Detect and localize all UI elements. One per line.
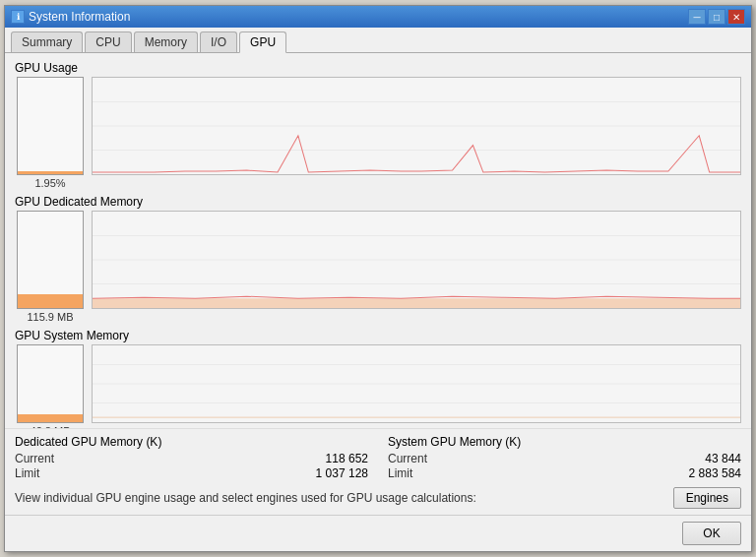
gpu-system-fill [18, 414, 83, 422]
gpu-usage-fill [18, 171, 83, 174]
dedicated-stats-group: Dedicated GPU Memory (K) Current 118 652… [15, 435, 368, 481]
gpu-dedicated-gauge-container: 115.9 MB [15, 211, 86, 323]
title-controls: ─ □ ✕ [688, 9, 745, 25]
engines-button[interactable]: Engines [673, 487, 741, 509]
dedicated-limit-value: 1 037 128 [316, 466, 368, 480]
title-bar: ℹ System Information ─ □ ✕ [5, 6, 751, 28]
tab-bar: Summary CPU Memory I/O GPU [5, 28, 751, 53]
gpu-dedicated-section: GPU Dedicated Memory 115.9 MB [15, 195, 741, 323]
gpu-dedicated-fill [18, 294, 83, 308]
stats-area: Dedicated GPU Memory (K) Current 118 652… [5, 428, 751, 515]
gpu-dedicated-label: GPU Dedicated Memory [15, 195, 741, 209]
system-information-window: ℹ System Information ─ □ ✕ Summary CPU M… [4, 5, 752, 552]
ok-button[interactable]: OK [682, 522, 741, 545]
gpu-usage-section: GPU Usage 1.95% [15, 61, 741, 189]
system-limit-label: Limit [388, 466, 412, 480]
svg-marker-6 [93, 298, 740, 308]
main-content: GPU Usage 1.95% [5, 53, 751, 428]
system-limit-row: Limit 2 883 584 [388, 466, 741, 480]
gpu-usage-svg [93, 78, 740, 174]
tab-memory[interactable]: Memory [134, 31, 198, 52]
gpu-dedicated-gauge [17, 211, 84, 309]
system-stats-title: System GPU Memory (K) [388, 435, 741, 449]
dedicated-limit-label: Limit [15, 466, 39, 480]
tab-io[interactable]: I/O [200, 31, 237, 52]
dedicated-current-label: Current [15, 452, 54, 465]
gpu-dedicated-row: 115.9 MB [15, 211, 741, 323]
maximize-button[interactable]: □ [708, 9, 725, 25]
gpu-dedicated-value: 115.9 MB [27, 311, 73, 323]
gpu-usage-gauge [17, 77, 84, 175]
close-button[interactable]: ✕ [727, 9, 745, 25]
gpu-system-section: GPU System Memory 42.8 MB [15, 329, 741, 428]
gpu-dedicated-svg [93, 212, 740, 308]
system-current-value: 43 844 [705, 452, 741, 465]
gpu-dedicated-chart [92, 211, 741, 309]
dedicated-current-value: 118 652 [326, 452, 368, 465]
engines-row: View individual GPU engine usage and sel… [15, 487, 741, 509]
gpu-usage-label: GPU Usage [15, 61, 741, 75]
gpu-system-svg [93, 345, 740, 422]
gpu-usage-gauge-container: 1.95% [15, 77, 86, 189]
gpu-usage-value: 1.95% [34, 177, 65, 189]
engines-description: View individual GPU engine usage and sel… [15, 491, 665, 505]
gpu-system-gauge-container: 42.8 MB [15, 344, 86, 428]
system-current-row: Current 43 844 [388, 452, 741, 465]
footer: OK [5, 515, 751, 551]
minimize-button[interactable]: ─ [688, 9, 706, 25]
gpu-system-label: GPU System Memory [15, 329, 741, 342]
gpu-system-chart [92, 344, 741, 423]
tab-cpu[interactable]: CPU [85, 31, 131, 52]
dedicated-limit-row: Limit 1 037 128 [15, 466, 368, 480]
title-bar-left: ℹ System Information [11, 10, 130, 24]
tab-summary[interactable]: Summary [11, 31, 83, 52]
dedicated-current-row: Current 118 652 [15, 452, 368, 465]
dedicated-stats-title: Dedicated GPU Memory (K) [15, 435, 368, 449]
system-current-label: Current [388, 452, 427, 465]
gpu-usage-row: 1.95% [15, 77, 741, 189]
tab-gpu[interactable]: GPU [239, 31, 286, 53]
gpu-usage-chart [92, 77, 741, 175]
system-stats-group: System GPU Memory (K) Current 43 844 Lim… [388, 435, 741, 481]
stats-grid: Dedicated GPU Memory (K) Current 118 652… [15, 435, 741, 481]
window-icon: ℹ [11, 10, 25, 24]
window-title: System Information [29, 10, 130, 24]
gpu-system-row: 42.8 MB [15, 344, 741, 428]
system-limit-value: 2 883 584 [689, 466, 741, 480]
gpu-system-gauge [17, 344, 84, 423]
